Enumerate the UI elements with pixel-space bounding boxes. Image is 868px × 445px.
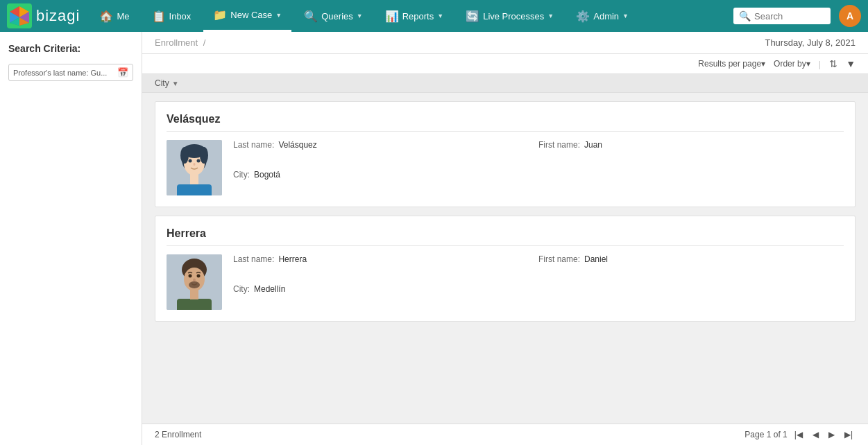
svg-rect-26 xyxy=(177,299,212,310)
sidebar: Search Criteria: 📅 xyxy=(0,32,142,445)
nav-item-queries[interactable]: 🔍 Queries ▼ xyxy=(294,0,372,32)
search-criteria-input[interactable] xyxy=(13,69,117,77)
nav-item-new-case[interactable]: 📁 New Case ▼ xyxy=(203,0,291,32)
search-input[interactable] xyxy=(754,11,825,21)
live-processes-arrow-icon: ▼ xyxy=(547,12,554,19)
new-case-icon: 📁 xyxy=(213,8,227,21)
page-first-btn[interactable]: |◀ xyxy=(792,428,806,441)
sidebar-title: Search Criteria: xyxy=(8,43,133,54)
city-sort-icon[interactable]: ▼ xyxy=(172,80,179,87)
field-city-herrera: City: Medellín xyxy=(233,284,538,310)
card-photo-velasquez xyxy=(167,140,222,195)
nav-label-queries: Queries xyxy=(321,11,353,21)
result-card-velasquez[interactable]: Velásquez xyxy=(155,101,856,207)
field-first-name-velasquez: First name: Juan xyxy=(538,140,844,166)
svg-point-17 xyxy=(180,147,189,164)
card-photo-herrera xyxy=(167,254,222,310)
card-body-velasquez: Last name: Velásquez First name: Juan Ci… xyxy=(167,140,844,195)
search-icon: 🔍 xyxy=(739,10,751,21)
svg-point-11 xyxy=(189,159,192,163)
column-header-row: City ▼ xyxy=(142,74,868,93)
page-last-btn[interactable]: ▶| xyxy=(842,428,856,441)
queries-icon: 🔍 xyxy=(304,10,318,23)
nav-label-inbox: Inbox xyxy=(169,11,192,21)
nav-item-admin[interactable]: ⚙️ Admin ▼ xyxy=(566,0,638,32)
sort-icon[interactable]: ⇅ xyxy=(829,58,837,69)
nav-label-live-processes: Live Processes xyxy=(483,11,544,21)
result-card-herrera[interactable]: Herrera xyxy=(155,216,856,322)
avatar[interactable]: A xyxy=(839,5,861,27)
nav-item-live-processes[interactable]: 🔄 Live Processes ▼ xyxy=(456,0,563,32)
date-display: Thursday, July 8, 2021 xyxy=(765,37,856,48)
field-city-velasquez: City: Bogotá xyxy=(233,170,538,195)
svg-rect-15 xyxy=(190,173,198,184)
results-area: City ▼ Velásquez xyxy=(142,74,868,424)
nav-label-me: Me xyxy=(117,11,129,21)
navbar: bizagi 🏠 Me 📋 Inbox 📁 New Case ▼ 🔍 Queri… xyxy=(0,0,868,32)
svg-point-22 xyxy=(189,274,192,278)
svg-point-23 xyxy=(197,274,201,278)
home-icon: 🏠 xyxy=(99,10,113,23)
new-case-arrow-icon: ▼ xyxy=(275,12,282,19)
card-fields-velasquez: Last name: Velásquez First name: Juan Ci… xyxy=(233,140,844,195)
nav-label-new-case: New Case xyxy=(230,10,272,20)
queries-arrow-icon: ▼ xyxy=(357,12,363,19)
inbox-icon: 📋 xyxy=(152,10,166,23)
filter-icon[interactable]: ▼ xyxy=(846,58,856,69)
column-header-city[interactable]: City xyxy=(155,78,169,88)
card-fields-herrera: Last name: Herrera First name: Daniel Ci… xyxy=(233,254,844,310)
breadcrumb-separator: / xyxy=(203,37,206,48)
results-per-page[interactable]: Results per page▾ xyxy=(698,59,765,69)
search-criteria-input-wrapper: 📅 xyxy=(8,64,133,81)
pagination: Page 1 of 1 |◀ ◀ ▶ ▶| xyxy=(744,428,856,441)
admin-arrow-icon: ▼ xyxy=(622,12,629,19)
card-title-velasquez: Velásquez xyxy=(167,113,844,132)
svg-point-18 xyxy=(200,147,208,164)
reports-icon: 📊 xyxy=(385,10,399,23)
admin-icon: ⚙️ xyxy=(576,10,590,23)
order-by[interactable]: Order by▾ xyxy=(774,59,810,69)
logo-text: bizagi xyxy=(36,7,80,25)
page-prev-btn[interactable]: ◀ xyxy=(810,428,822,441)
nav-item-me[interactable]: 🏠 Me xyxy=(90,0,139,32)
svg-point-24 xyxy=(193,279,196,282)
breadcrumb: Enrollment / xyxy=(155,37,205,48)
calendar-icon[interactable]: 📅 xyxy=(117,67,128,78)
field-last-name-herrera: Last name: Herrera xyxy=(233,254,538,280)
nav-label-admin: Admin xyxy=(593,11,619,21)
svg-rect-14 xyxy=(177,184,212,195)
logo[interactable]: bizagi xyxy=(7,3,80,28)
breadcrumb-enrollment[interactable]: Enrollment xyxy=(155,37,198,48)
nav-item-inbox[interactable]: 📋 Inbox xyxy=(142,0,201,32)
page-next-btn[interactable]: ▶ xyxy=(826,428,837,441)
svg-point-12 xyxy=(197,159,201,163)
card-title-herrera: Herrera xyxy=(167,227,844,246)
toolbar-divider: | xyxy=(819,59,821,69)
svg-rect-27 xyxy=(190,289,198,299)
toolbar: Results per page▾ Order by▾ | ⇅ ▼ xyxy=(142,54,868,74)
main-layout: Search Criteria: 📅 Enrollment / Thursday… xyxy=(0,32,868,445)
field-first-name-herrera: First name: Daniel xyxy=(538,254,844,280)
record-count: 2 Enrollment xyxy=(155,430,201,439)
content-header: Enrollment / Thursday, July 8, 2021 xyxy=(142,32,868,54)
nav-label-reports: Reports xyxy=(402,11,434,21)
nav-item-reports[interactable]: 📊 Reports ▼ xyxy=(375,0,453,32)
footer: 2 Enrollment Page 1 of 1 |◀ ◀ ▶ ▶| xyxy=(142,424,868,445)
reports-arrow-icon: ▼ xyxy=(437,12,443,19)
page-label: Page 1 of 1 xyxy=(744,430,787,439)
card-body-herrera: Last name: Herrera First name: Daniel Ci… xyxy=(167,254,844,310)
svg-point-13 xyxy=(194,163,196,166)
field-last-name-velasquez: Last name: Velásquez xyxy=(233,140,538,166)
live-processes-icon: 🔄 xyxy=(466,10,479,23)
global-search-box[interactable]: 🔍 xyxy=(733,8,831,24)
content-area: Enrollment / Thursday, July 8, 2021 Resu… xyxy=(142,32,868,445)
